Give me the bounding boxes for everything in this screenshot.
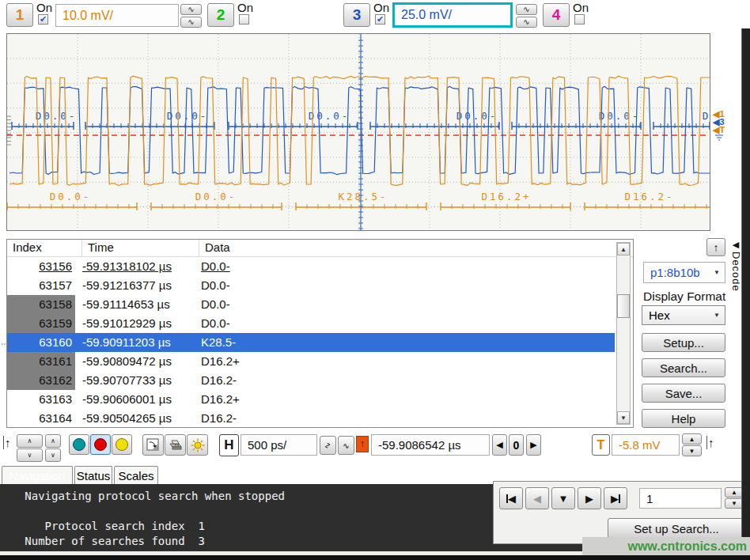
- stop-button[interactable]: [90, 434, 111, 455]
- channel-1-coupling-down-button[interactable]: ∿: [180, 17, 202, 28]
- column-header-time[interactable]: Time: [82, 240, 199, 256]
- cell-data[interactable]: K28.5-: [194, 333, 615, 352]
- touch-zoom-button[interactable]: [142, 434, 164, 456]
- table-row[interactable]: 63156-59.91318102 µsD0.0-: [7, 257, 615, 276]
- timebase-fine-button[interactable]: ∿: [320, 436, 336, 455]
- column-header-data[interactable]: Data: [199, 240, 633, 256]
- panel-collapse-button[interactable]: ↑: [706, 238, 725, 256]
- adjust-up-button[interactable]: ∧: [45, 434, 61, 448]
- channel-1-coupling-up-button[interactable]: ∿: [180, 4, 202, 15]
- channel-1-button[interactable]: 1: [6, 3, 33, 27]
- scroll-up-icon[interactable]: ▲: [617, 243, 630, 255]
- table-row[interactable]: 63160-59.90911203 µsK28.5-: [7, 333, 615, 352]
- cell-index[interactable]: 63163: [7, 390, 75, 409]
- channel-2-button[interactable]: 2: [207, 3, 234, 27]
- cell-data[interactable]: D0.0-: [194, 295, 615, 314]
- pan-right-button[interactable]: ▶: [526, 434, 541, 456]
- protocol-select[interactable]: p1:8b10b ▼: [643, 262, 725, 283]
- cell-data[interactable]: D0.0-: [194, 257, 615, 276]
- trigger-level-field[interactable]: -5.8 mV: [612, 434, 680, 456]
- cell-time[interactable]: -59.91318102 µs: [75, 257, 194, 276]
- cell-index[interactable]: 63161: [7, 352, 75, 371]
- search-index-field[interactable]: 1: [639, 488, 722, 509]
- channel-3-scale-field[interactable]: 25.0 mV/: [392, 2, 513, 28]
- save-button[interactable]: Save...: [642, 384, 725, 403]
- center-zero-button[interactable]: 0: [509, 434, 524, 456]
- table-row[interactable]: 63163-59.90606001 µsD16.2+: [7, 390, 615, 409]
- single-button[interactable]: [112, 434, 132, 455]
- cell-data[interactable]: D16.2+: [194, 352, 615, 371]
- set-up-search-button[interactable]: Set up Search...: [608, 518, 745, 539]
- listing-scrollbar[interactable]: ▲ ▼: [616, 242, 631, 425]
- horizontal-menu-button[interactable]: H: [219, 434, 239, 456]
- cell-data[interactable]: D0.0-: [194, 314, 615, 333]
- waveform-display[interactable]: D0.0-D0.0-D0.0-D0.0-D0.0-DD0.0-D0.0-K28.…: [6, 33, 710, 231]
- channel-2-on-checkbox[interactable]: [239, 14, 249, 25]
- cell-time[interactable]: -59.90504265 µs: [75, 409, 194, 428]
- pan-left-button[interactable]: ◀: [492, 434, 507, 456]
- cell-time[interactable]: -59.91114653 µs: [75, 295, 194, 314]
- channel-3-coupling-down-button[interactable]: ∿: [516, 17, 537, 28]
- channel-1-scale-field[interactable]: 10.0 mV/: [55, 4, 179, 27]
- cell-index[interactable]: 63156: [7, 257, 75, 276]
- adjust-down-button[interactable]: ∨: [45, 448, 61, 462]
- channel-3-button[interactable]: 3: [343, 3, 370, 27]
- go-down-button[interactable]: ▼: [551, 487, 575, 509]
- help-button[interactable]: Help: [642, 409, 725, 428]
- scrollbar-thumb[interactable]: [617, 294, 630, 318]
- cell-data[interactable]: D16.2+: [194, 390, 615, 409]
- cell-time[interactable]: -59.90606001 µs: [75, 390, 194, 409]
- column-header-index[interactable]: Index: [7, 240, 82, 256]
- trigger-menu-button[interactable]: T: [592, 434, 610, 456]
- brightness-button[interactable]: [187, 434, 208, 456]
- go-next-button[interactable]: ▶: [578, 487, 601, 509]
- cell-index[interactable]: 63158: [7, 295, 75, 314]
- cell-time[interactable]: -59.90707733 µs: [75, 371, 194, 390]
- cell-data[interactable]: D0.0-: [194, 276, 615, 295]
- channel-4-on-checkbox[interactable]: [574, 14, 585, 25]
- table-row[interactable]: 63157-59.91216377 µsD0.0-: [7, 276, 615, 295]
- timebase-field[interactable]: 500 ps/: [241, 434, 317, 456]
- cell-index[interactable]: 63162: [7, 371, 75, 390]
- channel-1-on-checkbox[interactable]: ✔: [38, 14, 48, 25]
- print-button[interactable]: [165, 434, 186, 456]
- cell-data[interactable]: D16.2-: [194, 409, 615, 428]
- trigger-reference-button[interactable]: ↑: [356, 436, 369, 452]
- marker-cursor-icon[interactable]: ↑: [3, 436, 11, 449]
- level-down-button[interactable]: ▼: [682, 445, 702, 456]
- channel-3-on-checkbox[interactable]: ✔: [375, 14, 385, 25]
- cell-data[interactable]: D16.2-: [194, 371, 615, 390]
- trigger-level-marker[interactable]: ◀T: [713, 126, 725, 134]
- table-row[interactable]: 63164-59.90504265 µsD16.2-: [7, 409, 615, 428]
- trigger-marker-icon[interactable]: ↑: [706, 436, 714, 449]
- search-button[interactable]: Search...: [642, 358, 725, 377]
- adjust-up-button[interactable]: ∧: [17, 434, 43, 448]
- display-format-select[interactable]: Hex ▼: [642, 305, 725, 325]
- table-row[interactable]: 63162-59.90707733 µsD16.2-: [7, 371, 615, 390]
- level-up-button[interactable]: ▲: [682, 433, 702, 445]
- run-button[interactable]: [69, 434, 89, 455]
- table-row[interactable]: 63158-59.91114653 µsD0.0-: [7, 295, 615, 314]
- go-previous-button[interactable]: ◀: [525, 487, 549, 509]
- cell-time[interactable]: -59.91012929 µs: [75, 314, 194, 333]
- tab-scales[interactable]: Scales: [114, 466, 158, 484]
- tab-status[interactable]: Status: [74, 466, 112, 484]
- cell-time[interactable]: -59.90911203 µs: [75, 333, 194, 352]
- go-first-button[interactable]: ◀: [499, 487, 523, 509]
- cell-time[interactable]: -59.91216377 µs: [75, 276, 194, 295]
- setup-button[interactable]: Setup...: [642, 333, 725, 352]
- cell-index[interactable]: 63159: [7, 314, 75, 333]
- scroll-down-icon[interactable]: ▼: [617, 411, 630, 424]
- cell-index[interactable]: 63164: [7, 409, 75, 428]
- horizontal-position-field[interactable]: -59.9086542 µs: [371, 434, 490, 456]
- go-last-button[interactable]: ▶: [604, 487, 627, 509]
- cell-time[interactable]: -59.90809472 µs: [75, 352, 194, 371]
- cell-index[interactable]: 63157: [7, 276, 75, 295]
- channel-3-coupling-up-button[interactable]: ∿: [516, 4, 537, 15]
- timebase-coarse-button[interactable]: ∿: [338, 436, 354, 455]
- channel-4-button[interactable]: 4: [543, 3, 570, 27]
- cell-index[interactable]: 63160: [7, 333, 75, 352]
- table-row[interactable]: 63161-59.90809472 µsD16.2+: [7, 352, 615, 371]
- adjust-down-button[interactable]: ∨: [17, 448, 43, 462]
- table-row[interactable]: 63159-59.91012929 µsD0.0-: [7, 314, 615, 333]
